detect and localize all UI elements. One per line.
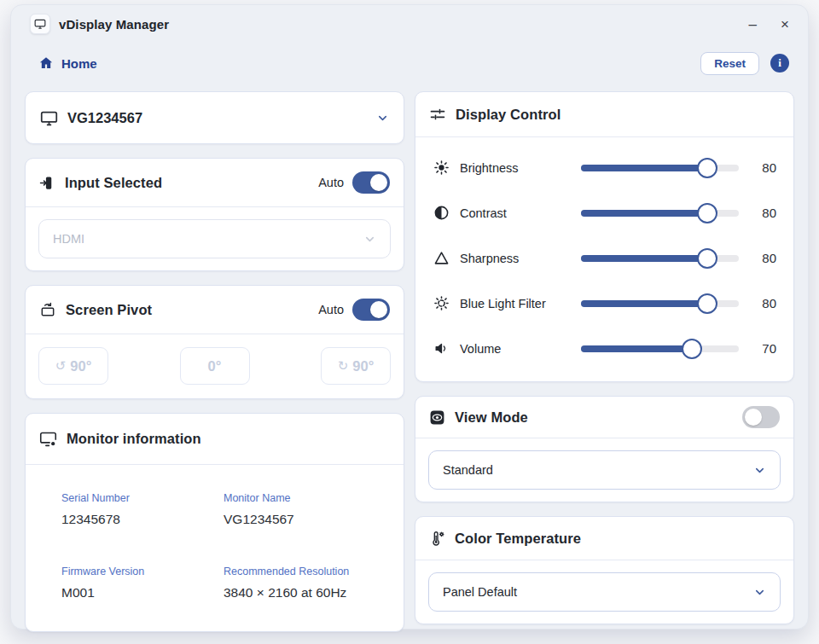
view-mode-toggle[interactable]	[742, 406, 780, 428]
view-mode-card: View Mode Standard	[415, 396, 794, 502]
display-control-card: Display Control Brightness	[415, 91, 794, 382]
brightness-label: Brightness	[460, 161, 581, 175]
slider-thumb[interactable]	[697, 158, 717, 178]
color-temperature-icon	[429, 531, 445, 547]
volume-slider[interactable]	[581, 339, 739, 359]
contrast-label: Contrast	[460, 206, 581, 220]
rotate-cw-icon: ↻	[338, 358, 349, 374]
slider-thumb[interactable]	[697, 293, 717, 314]
display-control-title: Display Control	[456, 107, 561, 123]
chevron-down-icon	[376, 112, 389, 125]
sharpness-value: 80	[747, 251, 776, 265]
blue-light-filter-icon	[433, 295, 450, 311]
toolbar: Home Reset i	[11, 44, 808, 82]
brightness-slider[interactable]	[581, 158, 739, 178]
input-source-value: HDMI	[53, 232, 84, 246]
input-selected-title: Input Selected	[65, 175, 162, 191]
screen-pivot-title: Screen Pivot	[66, 302, 152, 318]
info-field-firmware-version: Firmware Version M001	[61, 566, 224, 600]
sharpness-label: Sharpness	[460, 252, 581, 265]
volume-row: Volume 70	[433, 326, 776, 371]
color-temperature-select[interactable]: Panel Default	[428, 572, 781, 612]
left-column: VG1234567 Input Selected Auto	[25, 91, 404, 632]
chevron-down-icon	[753, 586, 766, 599]
screen-pivot-card: Screen Pivot Auto ↺ 90° 0° ↻	[25, 285, 404, 399]
brightness-value: 80	[747, 160, 776, 175]
screen-pivot-icon	[39, 301, 56, 318]
rotate-ccw-icon: ↺	[55, 358, 67, 374]
home-label: Home	[61, 56, 97, 71]
info-field-value: 12345678	[61, 512, 224, 527]
home-nav[interactable]: Home	[38, 55, 97, 71]
info-field-serial-number: Serial Number 12345678	[61, 492, 224, 527]
color-temperature-card: Color Temperature Panel Default	[415, 516, 794, 624]
blue-light-filter-label: Blue Light Filter	[460, 297, 581, 310]
app-logo-monitor-icon	[30, 14, 50, 34]
app-title: vDisplay Manager	[59, 17, 169, 32]
monitor-selector-value: VG1234567	[67, 110, 142, 126]
monitor-selector[interactable]: VG1234567	[25, 91, 404, 144]
right-column: Display Control Brightness	[415, 91, 794, 632]
sharpness-slider[interactable]	[581, 248, 739, 269]
slider-thumb[interactable]	[697, 248, 717, 269]
info-field-value: 3840 × 2160 at 60Hz	[224, 585, 386, 600]
chevron-down-icon	[363, 233, 376, 246]
view-mode-icon	[429, 409, 445, 426]
main-content: VG1234567 Input Selected Auto	[11, 82, 808, 632]
info-field-monitor-name: Monitor Name VG1234567	[224, 492, 386, 527]
volume-value: 70	[747, 341, 776, 356]
pivot-auto-label: Auto	[318, 303, 344, 316]
volume-label: Volume	[460, 342, 581, 356]
input-auto-toggle[interactable]	[352, 171, 390, 194]
view-mode-title: View Mode	[455, 409, 528, 426]
color-temperature-title: Color Temperature	[455, 531, 581, 547]
monitor-information-card: Monitor information Serial Number 123456…	[25, 413, 404, 632]
contrast-slider[interactable]	[581, 203, 739, 223]
contrast-icon	[433, 205, 450, 221]
rotate-ccw-90-button[interactable]: ↺ 90°	[38, 347, 108, 385]
monitor-info-icon	[39, 430, 57, 448]
rotate-cw-90-button[interactable]: ↻ 90°	[321, 347, 391, 385]
contrast-row: Contrast 80	[433, 190, 776, 235]
info-field-recommended-resolution: Recommended Resolution 3840 × 2160 at 60…	[224, 566, 386, 600]
reset-button[interactable]: Reset	[700, 52, 759, 75]
view-mode-value: Standard	[443, 463, 493, 477]
info-field-label: Firmware Version	[61, 566, 224, 577]
slider-thumb[interactable]	[682, 339, 702, 359]
info-field-value: VG1234567	[224, 512, 386, 527]
input-selected-card: Input Selected Auto HDMI	[25, 158, 404, 271]
input-auto-label: Auto	[318, 176, 344, 189]
info-field-label: Monitor Name	[224, 492, 386, 504]
title-bar: vDisplay Manager – ×	[11, 5, 808, 43]
sharpness-row: Sharpness 80	[433, 235, 776, 281]
app-window: vDisplay Manager – × Home Reset i	[10, 4, 809, 629]
brightness-row: Brightness 80	[433, 145, 776, 190]
monitor-information-title: Monitor information	[67, 431, 201, 447]
blue-light-filter-value: 80	[747, 296, 776, 310]
input-source-select[interactable]: HDMI	[38, 219, 391, 258]
chevron-down-icon	[753, 464, 766, 477]
info-field-label: Recommended Resolution	[224, 566, 386, 577]
slider-thumb[interactable]	[697, 203, 717, 223]
info-icon[interactable]: i	[770, 54, 789, 73]
sliders-icon	[429, 106, 446, 123]
contrast-value: 80	[747, 206, 776, 220]
rotate-0-button[interactable]: 0°	[180, 347, 250, 385]
blue-light-filter-slider[interactable]	[581, 293, 739, 314]
blue-light-filter-row: Blue Light Filter 80	[433, 281, 776, 326]
info-field-value: M001	[61, 585, 224, 600]
info-field-label: Serial Number	[61, 492, 224, 504]
brightness-icon	[433, 160, 450, 176]
home-icon	[38, 55, 54, 71]
input-source-icon	[39, 175, 55, 191]
volume-icon	[433, 340, 450, 357]
close-button[interactable]: ×	[781, 17, 789, 32]
monitor-icon	[40, 109, 58, 127]
sharpness-icon	[433, 250, 450, 266]
minimize-button[interactable]: –	[749, 17, 757, 32]
monitor-info-grid: Serial Number 12345678 Monitor Name VG12…	[26, 465, 404, 631]
color-temperature-value: Panel Default	[443, 585, 517, 599]
view-mode-select[interactable]: Standard	[428, 450, 781, 490]
pivot-auto-toggle[interactable]	[352, 299, 390, 321]
